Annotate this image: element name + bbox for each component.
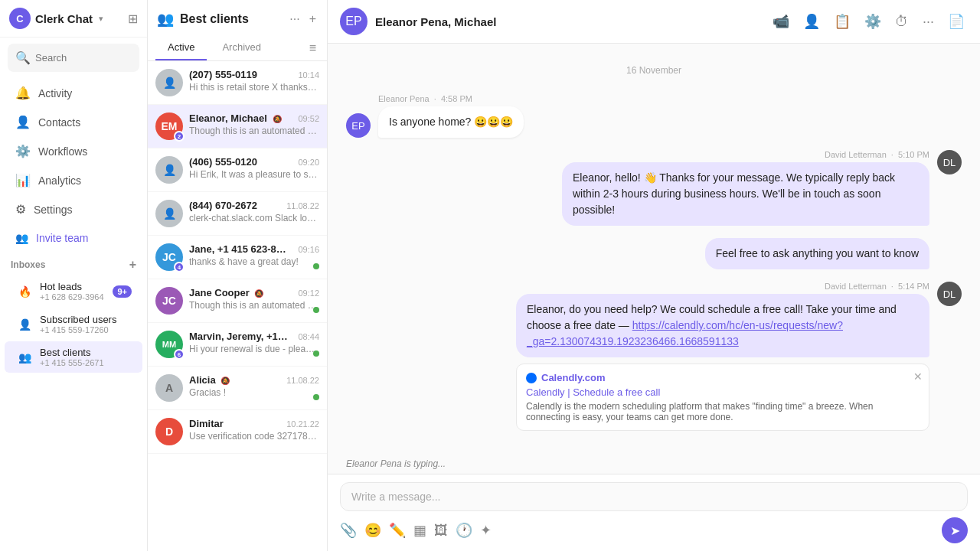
conv-time: 09:16 [298, 245, 319, 254]
conv-preview: Hi Erik, It was a pleasure to speak! [189, 169, 319, 180]
mute-icon: 🔕 [220, 377, 230, 385]
sidebar-item-settings[interactable]: ⚙ Settings [5, 195, 142, 223]
search-bar[interactable]: 🔍 ⌘ k [8, 44, 139, 72]
tab-active[interactable]: Active [155, 35, 207, 60]
invite-icon: 👥 [15, 232, 28, 244]
inbox-number-subscribed-users: +1 415 559-17260 [40, 325, 132, 334]
add-inbox-button[interactable]: + [129, 258, 136, 272]
conv-preview: Hi your renewal is due - please pay here… [189, 344, 319, 354]
conv-time: 09:52 [298, 114, 319, 123]
chat-panel: EP Eleanor Pena, Michael 📹 👤 📋 ⚙️ ⏱ ··· … [328, 0, 980, 551]
message-row: DL David Letterman · 5:10 PM Eleanor, he… [346, 150, 962, 226]
conv-name: (207) 555-0119 [189, 69, 257, 80]
link-preview: ✕ Calendly.com Calendly | Schedule a fre… [516, 364, 929, 431]
inbox-item-hot-leads[interactable]: 🔥 Hot leads +1 628 629-3964 9+ [5, 276, 142, 307]
list-item[interactable]: 👤 (844) 670-2672 11.08.22 clerk-chat.sla… [148, 192, 327, 236]
layout-icon[interactable]: ⊞ [128, 11, 138, 26]
avatar: JC [155, 287, 183, 315]
list-item[interactable]: D Dimitar 10.21.22 Use verification code… [148, 410, 327, 454]
chat-contact-name: Eleanor Pena, Michael [375, 15, 762, 28]
avatar: EP [346, 113, 371, 138]
list-item[interactable]: JC 4 Jane, +1 415 623-8202... 09:16 than… [148, 236, 327, 279]
invite-team-button[interactable]: 👥 Invite team [5, 225, 142, 251]
image-icon[interactable]: 🖼 [434, 523, 448, 539]
avatar-badge: 2 [174, 131, 185, 142]
chat-action-more[interactable]: ··· [920, 12, 937, 31]
group-icon: 👥 [157, 11, 174, 28]
chat-action-contact[interactable]: 👤 [800, 11, 823, 31]
message-input[interactable]: Write a message... [340, 482, 968, 511]
search-icon: 🔍 [15, 51, 31, 65]
avatar-badge: 6 [174, 349, 185, 360]
avatar-badge: 4 [174, 262, 185, 272]
unread-dot [313, 307, 319, 313]
conv-preview: Though this is an automated text, we're … [189, 126, 319, 136]
chat-action-timer[interactable]: ⏱ [892, 12, 912, 31]
link-preview-site: Calendly.com [526, 372, 920, 383]
list-item[interactable]: 👤 (207) 555-0119 10:14 Hi this is retail… [148, 61, 327, 105]
list-item[interactable]: 👤 (406) 555-0120 09:20 Hi Erik, It was a… [148, 148, 327, 192]
chat-action-video[interactable]: 📹 [769, 11, 792, 31]
sidebar-item-contacts[interactable]: 👤 Contacts [5, 108, 142, 136]
nav-label-settings: Settings [34, 204, 73, 216]
nav-label-workflows: Workflows [38, 145, 87, 158]
conversation-panel: 👥 Best clients ··· + Active Archived ≡ 👤… [148, 0, 328, 551]
conv-name: Jane Cooper 🔕 [189, 287, 263, 298]
typing-indicator: Eleanor Pena is typing... [328, 454, 980, 474]
sidebar-item-analytics[interactable]: 📊 Analytics [5, 166, 142, 194]
inbox-item-best-clients[interactable]: 👥 Best clients +1 415 555-2671 [5, 341, 142, 373]
table-icon[interactable]: ▦ [413, 522, 426, 539]
chat-action-settings[interactable]: ⚙️ [861, 11, 884, 31]
attach-icon[interactable]: 📎 [340, 522, 357, 539]
nav-label-contacts: Contacts [38, 116, 80, 129]
unread-dot [313, 394, 319, 400]
chat-action-template[interactable]: 📋 [831, 11, 854, 31]
conv-name: Eleanor, Michael 🔕 [189, 112, 282, 124]
close-icon[interactable]: ✕ [913, 370, 923, 383]
edit-icon[interactable]: ✏️ [389, 522, 406, 539]
conv-time: 08:44 [298, 332, 319, 341]
inbox-name-subscribed-users: Subscribed users [40, 314, 132, 325]
conv-name: Alicia 🔕 [189, 374, 230, 386]
avatar: JC 4 [155, 243, 183, 271]
conv-time: 10:14 [298, 70, 319, 80]
inbox-item-subscribed-users[interactable]: 👤 Subscribed users +1 415 559-17260 [5, 308, 142, 340]
list-item[interactable]: JC Jane Cooper 🔕 09:12 Though this is an… [148, 279, 327, 323]
nav-label-analytics: Analytics [38, 174, 81, 187]
star-icon[interactable]: ✦ [480, 522, 492, 539]
group-title: Best clients [180, 12, 282, 26]
list-item[interactable]: A Alicia 🔕 11.08.22 Gracias ! [148, 367, 327, 410]
sidebar-item-workflows[interactable]: ⚙️ Workflows [5, 137, 142, 165]
inbox-name-hot-leads: Hot leads [40, 281, 106, 292]
more-options-icon[interactable]: ··· [288, 11, 301, 28]
conv-preview: Use verification code 327178 for Microso… [189, 431, 319, 442]
message-bubble: Is anyone home? 😀😀😀 [378, 106, 524, 138]
clock-icon[interactable]: 🕐 [456, 522, 472, 539]
search-input[interactable] [35, 52, 164, 64]
activity-icon: 🔔 [15, 86, 31, 100]
chat-action-sidebar[interactable]: 📄 [945, 11, 968, 31]
conversation-panel-header: 👥 Best clients ··· + [148, 0, 327, 35]
chat-header: EP Eleanor Pena, Michael 📹 👤 📋 ⚙️ ⏱ ··· … [328, 0, 980, 44]
tab-archived[interactable]: Archived [210, 35, 273, 60]
message-meta: David Letterman · 5:14 PM [516, 282, 929, 291]
nav-list: 🔔 Activity 👤 Contacts ⚙️ Workflows 📊 Ana… [0, 78, 147, 224]
emoji-icon[interactable]: 😊 [364, 522, 381, 539]
sidebar-item-activity[interactable]: 🔔 Activity [5, 79, 142, 107]
chat-messages: 16 November EP Eleanor Pena · 4:58 PM Is… [328, 44, 980, 454]
send-button[interactable]: ➤ [942, 517, 968, 543]
link-preview-link[interactable]: Calendly | Schedule a free call [526, 386, 660, 398]
app-title: Clerk Chat [35, 12, 93, 25]
sidebar: C Clerk Chat ▾ ⊞ 🔍 ⌘ k 🔔 Activity 👤 Cont… [0, 0, 148, 551]
message-meta: Eleanor Pena · 4:58 PM [378, 94, 524, 103]
filter-icon[interactable]: ≡ [306, 38, 319, 58]
avatar: 👤 [155, 156, 183, 184]
avatar-image: 👤 [163, 207, 176, 220]
list-item[interactable]: EM 2 Eleanor, Michael 🔕 09:52 Though thi… [148, 105, 327, 148]
conv-preview: Hi this is retail store X thanks for con… [189, 82, 319, 93]
conversation-list: 👤 (207) 555-0119 10:14 Hi this is retail… [148, 61, 327, 551]
list-item[interactable]: MM 6 Marvin, Jeremy, +1 720... 08:44 Hi … [148, 323, 327, 367]
app-title-button[interactable]: C Clerk Chat ▾ [9, 8, 103, 29]
conv-name: Marvin, Jeremy, +1 720... [189, 331, 289, 342]
add-conversation-icon[interactable]: + [308, 11, 318, 28]
